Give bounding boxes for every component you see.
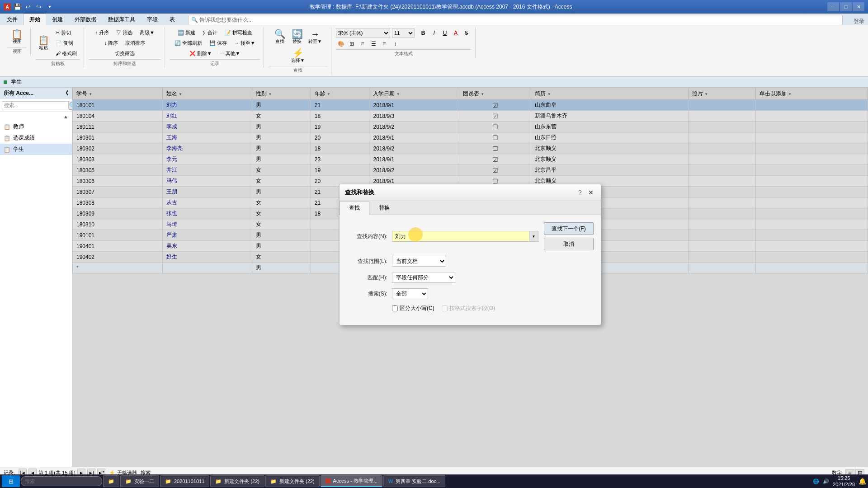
cursor-highlight <box>408 227 423 242</box>
select-icon: ⚡ <box>292 48 304 57</box>
tab-table[interactable]: 表 <box>164 14 181 25</box>
save-quick-btn[interactable]: 💾 <box>13 2 22 11</box>
clock-time: 15:25 <box>833 475 855 481</box>
align-right-btn[interactable]: ≡ <box>379 39 389 48</box>
taskbar-lab[interactable]: 📁 实验一二 <box>120 475 159 487</box>
case-sensitive-label[interactable]: 区分大小写(C) <box>392 305 434 312</box>
tab-dbtools[interactable]: 数据库工具 <box>102 14 141 25</box>
nav-search-bar: 🔍 <box>0 99 72 112</box>
taskbar-word[interactable]: W 第四章 实验二.doc... <box>383 475 445 487</box>
search-range-select[interactable]: 当前文档 <box>392 256 446 267</box>
align-center-btn[interactable]: ☰ <box>368 39 378 48</box>
filter-btn[interactable]: ▽ 筛选 <box>113 28 136 38</box>
tab-create[interactable]: 创建 <box>46 14 69 25</box>
strikethrough-btn[interactable]: S̶ <box>462 28 472 38</box>
restore-btn[interactable]: □ <box>840 2 852 11</box>
fill-color-btn[interactable]: 🎨 <box>336 39 346 48</box>
title-bar: A 💾 ↩ ↪ ▼ 教学管理 : 数据库- F:\新建文件夹 (24)\2020… <box>0 0 868 14</box>
system-clock: 15:25 2021/2/28 <box>833 475 855 488</box>
search-dir-select[interactable]: 全部 <box>392 288 428 299</box>
dialog-checkboxes: 区分大小写(C) 按格式搜索字段(O) <box>392 305 495 312</box>
ascending-btn[interactable]: ↑ 升序 <box>92 28 112 38</box>
scores-icon: 📋 <box>4 135 10 141</box>
search-dropdown-btn[interactable]: ▼ <box>529 231 538 242</box>
minimize-btn[interactable]: ─ <box>827 2 839 11</box>
dialog-help-btn[interactable]: ? <box>576 188 585 197</box>
new-record-btn[interactable]: 🆕 新建 <box>175 28 198 38</box>
match-select[interactable]: 字段任何部分 <box>392 272 455 283</box>
taskbar-access[interactable]: 🅰 Access - 教学管理... <box>321 475 382 487</box>
row-height-btn[interactable]: ↕ <box>390 39 400 48</box>
taskbar-folder22b[interactable]: 📁 新建文件夹 (22) <box>265 475 320 487</box>
tell-me-search[interactable]: 🔍 告诉我您想要做什么... <box>188 15 843 25</box>
save-record-btn[interactable]: 💾 保存 <box>206 38 230 48</box>
paste-btn[interactable]: 📋 粘贴 <box>35 34 52 52</box>
align-left-btn[interactable]: ≡ <box>358 39 368 48</box>
qa-dropdown-btn[interactable]: ▼ <box>45 2 54 11</box>
tab-home[interactable]: 开始 <box>24 14 46 25</box>
nav-item-student[interactable]: 📋 学生 <box>0 144 72 155</box>
dialog-tab-find[interactable]: 查找 <box>340 201 369 215</box>
tab-field[interactable]: 字段 <box>141 14 164 25</box>
taskbar-explorer[interactable]: 📁 <box>103 475 119 487</box>
replace-btn[interactable]: 🔄 替换 <box>289 28 305 46</box>
sum-btn[interactable]: ∑ 合计 <box>199 28 221 38</box>
notification-icon[interactable]: 🔔 <box>859 478 866 485</box>
case-sensitive-checkbox[interactable] <box>392 305 398 311</box>
dialog-title-bar: 查找和替换 ? ✕ <box>340 184 601 201</box>
bold-btn[interactable]: B <box>418 28 428 38</box>
view-icon: 📋 <box>11 29 23 38</box>
nav-item-scores[interactable]: 📋 选课成绩 <box>0 132 72 144</box>
refresh-all-btn[interactable]: 🔄 全部刷新 <box>171 38 205 48</box>
redo-btn[interactable]: ↪ <box>34 2 43 11</box>
nav-search-input[interactable] <box>2 101 69 109</box>
font-color-btn[interactable]: A̲ <box>451 28 461 38</box>
taskbar-right: 🌐 🔊 15:25 2021/2/28 🔔 <box>813 475 866 488</box>
undo-btn[interactable]: ↩ <box>24 2 33 11</box>
font-size-select[interactable]: 11 <box>392 28 415 38</box>
nav-item-teacher[interactable]: 📋 教师 <box>0 121 72 132</box>
goto-btn[interactable]: → 转至▼ <box>231 38 259 48</box>
table-tab-label[interactable]: 学生 <box>11 78 22 86</box>
dialog-close-btn[interactable]: ✕ <box>586 188 595 197</box>
dialog-tabs: 查找 替换 <box>340 201 601 215</box>
find-next-btn[interactable]: 查找下一个(F) <box>544 222 594 235</box>
login-btn[interactable]: 登录 <box>850 18 868 25</box>
nav-expand-btn[interactable]: ▲ <box>0 112 72 121</box>
copy-btn[interactable]: 📄 复制 <box>52 38 80 48</box>
format-search-label: 按格式搜索字段(O) <box>442 305 495 312</box>
format-painter-btn[interactable]: 🖌 格式刷 <box>52 49 80 58</box>
font-name-select[interactable]: 宋体 (主体) <box>336 28 390 38</box>
taskbar-20201101011[interactable]: 📁 20201101011 <box>160 475 209 487</box>
format-search-checkbox[interactable] <box>442 305 448 311</box>
goto-find-btn[interactable]: → 转至▼ <box>306 28 324 46</box>
ribbon-group-records: 🆕 新建 ∑ 合计 📝 拼写检查 🔄 全部刷新 💾 保存 → 转至▼ ❌ 删除▼… <box>166 27 264 68</box>
tab-file[interactable]: 文件 <box>1 14 24 25</box>
tab-external[interactable]: 外部数据 <box>69 14 102 25</box>
find-btn[interactable]: 🔍 查找 <box>272 28 288 46</box>
clear-sort-btn[interactable]: 取消排序 <box>122 38 148 48</box>
taskbar-search[interactable] <box>21 476 102 486</box>
toggle-filter-btn[interactable]: 切换筛选 <box>112 49 138 58</box>
nav-item-scores-label: 选课成绩 <box>13 134 35 142</box>
gridlines-btn[interactable]: ⊞ <box>347 39 357 48</box>
italic-btn[interactable]: I <box>429 28 439 38</box>
advanced-btn[interactable]: 高级▼ <box>137 28 158 38</box>
ribbon-group-view: 📋 视图 视图 <box>4 27 31 56</box>
nav-collapse-btn[interactable]: 《 <box>63 89 68 97</box>
cut-btn[interactable]: ✂ 剪切 <box>52 28 80 38</box>
dialog-tab-replace[interactable]: 替换 <box>369 201 399 215</box>
descending-btn[interactable]: ↓ 降序 <box>101 38 122 48</box>
view-btn[interactable]: 📋 视图 <box>9 28 25 46</box>
close-btn[interactable]: ✕ <box>853 2 864 11</box>
taskbar-folder22a[interactable]: 📁 新建文件夹 (22) <box>210 475 264 487</box>
more-btn[interactable]: ⋯ 其他▼ <box>216 49 244 58</box>
ribbon-tab-bar: 文件 开始 创建 外部数据 数据库工具 字段 表 🔍 告诉我您想要做什么... … <box>0 14 868 25</box>
start-button[interactable]: ⊞ <box>2 475 20 487</box>
underline-btn[interactable]: U <box>440 28 450 38</box>
cancel-btn[interactable]: 取消 <box>544 238 594 250</box>
select-btn[interactable]: ⚡ 选择▼ <box>289 47 307 65</box>
search-content-row: 查找内容(N): ▼ 查找下一个(F) <box>347 222 594 250</box>
spell-btn[interactable]: 📝 拼写检查 <box>222 28 255 38</box>
delete-btn[interactable]: ❌ 删除▼ <box>186 49 215 58</box>
